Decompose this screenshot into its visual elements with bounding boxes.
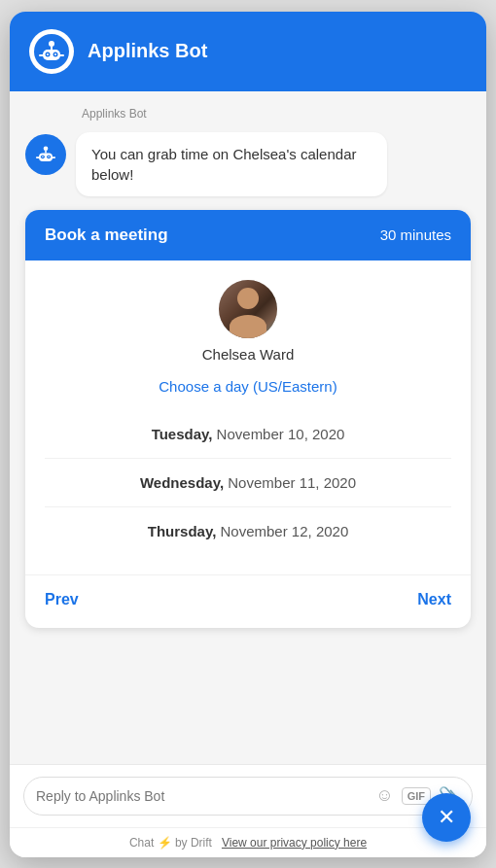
chat-input-area: ☺ GIF 📎	[10, 764, 486, 827]
meeting-card-body: Chelsea Ward Choose a day (US/Eastern) T…	[25, 260, 471, 574]
list-item[interactable]: Tuesday, November 10, 2020	[45, 410, 451, 458]
chat-body: Applinks Bot You can grab time on Chelse…	[10, 91, 486, 764]
day-name-1: Wednesday,	[140, 474, 228, 491]
close-icon: ✕	[438, 807, 455, 828]
chat-by-label: Chat ⚡ by Drift	[129, 836, 219, 850]
meeting-card-footer: Prev Next	[25, 574, 471, 628]
meeting-duration: 30 minutes	[380, 226, 451, 243]
timezone-label: (US/Eastern)	[253, 378, 337, 395]
choose-day-text: Choose a day	[159, 378, 249, 395]
day-list: Tuesday, November 10, 2020 Wednesday, No…	[45, 410, 451, 555]
meeting-card-header: Book a meeting 30 minutes	[25, 210, 471, 260]
day-date-1: November 11, 2020	[228, 474, 356, 491]
meeting-card: Book a meeting 30 minutes Chelsea Ward C…	[25, 210, 471, 628]
chat-widget: Applinks Bot Applinks Bot You can grab t…	[10, 12, 486, 857]
day-date-0: November 10, 2020	[217, 426, 345, 442]
host-name: Chelsea Ward	[202, 346, 294, 363]
host-avatar-img	[219, 280, 277, 338]
list-item[interactable]: Wednesday, November 11, 2020	[45, 458, 451, 506]
svg-point-17	[42, 156, 44, 157]
chat-header: Applinks Bot	[10, 12, 486, 91]
privacy-policy-link[interactable]: View our privacy policy here	[222, 836, 367, 850]
emoji-icon[interactable]: ☺	[375, 785, 393, 806]
svg-point-10	[44, 146, 49, 151]
day-date-2: November 12, 2020	[221, 523, 349, 539]
svg-point-1	[49, 41, 54, 47]
svg-point-8	[47, 53, 49, 55]
message-row: You can grab time on Chelsea's calendar …	[25, 132, 471, 196]
bot-avatar-small	[25, 134, 66, 175]
next-button[interactable]: Next	[417, 587, 451, 612]
bot-icon	[34, 34, 69, 69]
meeting-card-title: Book a meeting	[45, 226, 168, 245]
choose-day-label: Choose a day (US/Eastern)	[45, 378, 451, 395]
input-row: ☺ GIF 📎	[23, 777, 473, 816]
bot-icon-small	[32, 141, 59, 168]
svg-point-9	[54, 53, 56, 55]
day-name-0: Tuesday,	[152, 426, 217, 442]
message-bubble: You can grab time on Chelsea's calendar …	[76, 132, 387, 196]
day-name-2: Thursday,	[148, 523, 221, 539]
sender-label: Applinks Bot	[82, 107, 471, 121]
prev-button[interactable]: Prev	[45, 587, 79, 612]
host-avatar	[219, 280, 277, 338]
svg-point-18	[48, 156, 50, 157]
bot-avatar-header	[29, 29, 74, 74]
chat-title: Applinks Bot	[88, 40, 207, 62]
host-info: Chelsea Ward	[45, 280, 451, 363]
close-button[interactable]: ✕	[422, 793, 471, 842]
chat-footer: Chat ⚡ by Drift View our privacy policy …	[10, 827, 486, 857]
list-item[interactable]: Thursday, November 12, 2020	[45, 506, 451, 555]
reply-input[interactable]	[36, 788, 368, 804]
